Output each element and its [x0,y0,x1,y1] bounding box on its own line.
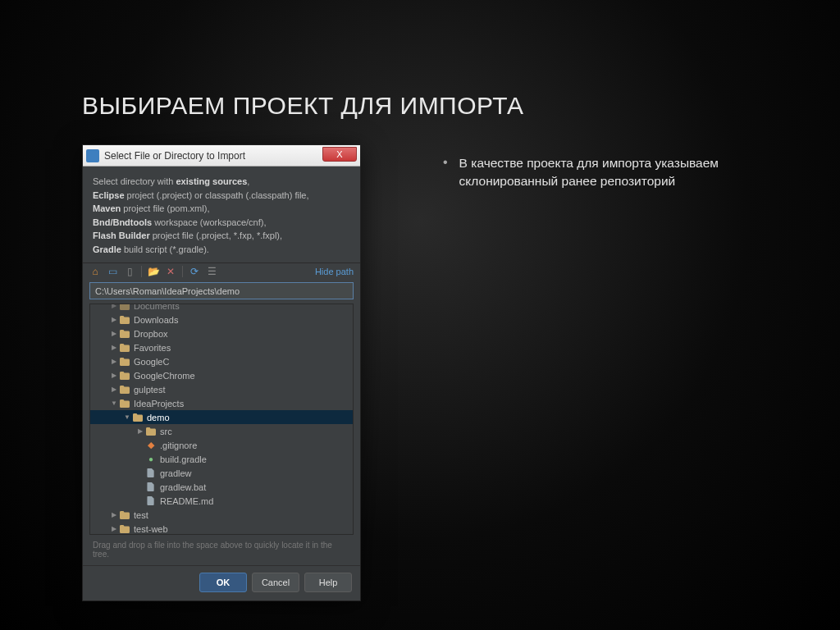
folder-icon [119,399,130,409]
git-icon: ◆ [145,441,157,450]
folder-icon [119,371,130,381]
tree-row[interactable]: ▶GoogleC [90,354,353,368]
tree-row[interactable]: README.md [90,494,353,508]
tree-row[interactable]: ▶test [90,508,353,522]
help-button[interactable]: Help [304,573,352,592]
bullet-item: • В качестве проекта для импорта указыва… [443,154,746,191]
tree-label: Favorites [134,343,171,353]
chevron-down-icon[interactable]: ▼ [110,399,118,407]
tree-row[interactable]: ●build.gradle [90,452,353,466]
slide-title: ВЫБИРАЕМ ПРОЕКТ ДЛЯ ИМПОРТА [82,92,524,120]
bullet-area: • В качестве проекта для импорта указыва… [443,154,746,191]
hide-path-link[interactable]: Hide path [315,267,354,276]
tree-label: GoogleC [134,357,169,367]
tree-row[interactable]: ▶src [90,424,353,438]
tree-label: build.gradle [160,454,207,464]
import-dialog: Select File or Directory to Import X Sel… [82,144,361,601]
folder-icon [119,510,130,520]
chevron-right-icon[interactable]: ▶ [110,525,118,532]
tree-row[interactable]: ▶Downloads [90,313,353,326]
module-icon[interactable]: ▭ [107,266,118,277]
tree-row[interactable]: gradlew [90,466,353,480]
tree-row[interactable]: ▶Documents [90,304,353,313]
dialog-titlebar[interactable]: Select File or Directory to Import X [83,145,360,167]
tree-label: demo [147,413,170,422]
tree-row[interactable]: ▶gulptest [90,382,353,396]
expand-icon[interactable]: ☰ [206,266,217,277]
tree-label: gradlew [160,468,192,478]
tree-row[interactable]: ▶test-web [90,522,353,535]
refresh-icon[interactable]: ⟳ [189,266,200,277]
folder-icon [119,357,130,367]
chevron-right-icon[interactable]: ▶ [110,330,118,337]
bullet-dot-icon: • [443,154,448,191]
cancel-button[interactable]: Cancel [252,573,299,592]
chevron-right-icon[interactable]: ▶ [110,316,118,323]
tree-row[interactable]: ▶Dropbox [90,326,353,340]
tree-label: Dropbox [134,329,168,339]
chevron-right-icon[interactable]: ▶ [136,427,144,435]
tree-row[interactable]: ▼demo [90,410,353,424]
file-icon [145,482,157,492]
gradle-icon: ● [145,454,157,464]
tree-label: gradlew.bat [160,482,206,492]
dialog-toolbar: ⌂ ▭ ▯ 📂 ✕ ⟳ ☰ Hide path [83,262,360,280]
tree-label: Documents [134,304,180,311]
chevron-right-icon[interactable]: ▶ [110,304,118,309]
dialog-button-row: OK Cancel Help [83,565,360,600]
chevron-right-icon[interactable]: ▶ [110,358,118,365]
chevron-right-icon[interactable]: ▶ [110,386,118,393]
dialog-title: Select File or Directory to Import [104,150,245,162]
home-icon[interactable]: ⌂ [89,266,101,277]
chevron-right-icon[interactable]: ▶ [110,511,118,518]
tree-row[interactable]: ▶Favorites [90,340,353,354]
dialog-description: Select directory with existing sources, … [83,167,360,262]
tree-label: IdeaProjects [134,399,184,409]
file-icon [145,468,157,478]
chevron-right-icon[interactable]: ▶ [110,344,118,351]
project-icon[interactable]: ▯ [124,266,135,277]
app-icon [86,149,99,162]
tree-label: test [134,510,148,520]
folder-icon [119,315,130,325]
close-button[interactable]: X [322,147,357,162]
chevron-down-icon[interactable]: ▼ [123,413,131,421]
folder-icon [119,304,130,311]
tree-label: GoogleChrome [134,371,195,381]
tree-label: test-web [134,524,168,534]
ok-button[interactable]: OK [199,573,247,592]
delete-icon[interactable]: ✕ [165,266,176,277]
tree-row[interactable]: ▼IdeaProjects [90,396,353,410]
folder-icon [145,427,157,436]
tree-label: gulptest [134,385,166,395]
folder-icon [119,343,130,353]
tree-label: README.md [160,496,213,506]
folder-icon [119,385,130,395]
tree-row[interactable]: ◆.gitignore [90,438,353,452]
folder-icon [119,329,130,339]
hint-text: Drag and drop a file into the space abov… [83,538,360,565]
path-input[interactable]: C:\Users\Roman\IdeaProjects\demo [89,282,354,299]
tree-label: src [160,427,172,436]
folder-icon [132,413,144,422]
file-icon [145,496,157,506]
bullet-text: В качестве проекта для импорта указываем… [459,154,746,191]
tree-label: .gitignore [160,441,197,450]
tree-row[interactable]: gradlew.bat [90,480,353,494]
folder-icon [119,524,130,534]
directory-tree[interactable]: ▶Documents▶Downloads▶Dropbox▶Favorites▶G… [89,304,354,535]
new-folder-icon[interactable]: 📂 [148,266,159,277]
chevron-right-icon[interactable]: ▶ [110,372,118,379]
tree-row[interactable]: ▶GoogleChrome [90,368,353,382]
tree-label: Downloads [134,315,178,325]
